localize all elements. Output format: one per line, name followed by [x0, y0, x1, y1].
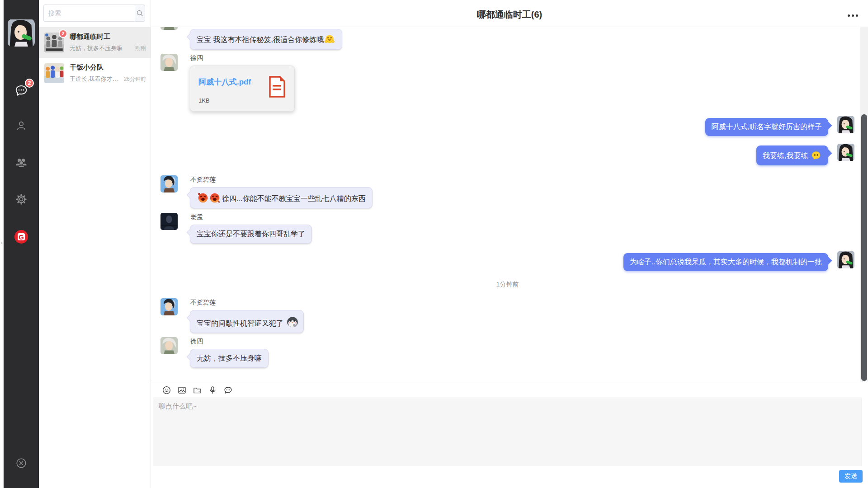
blank-face-emoji — [811, 150, 821, 161]
sender-avatar-buyaobilian[interactable] — [160, 298, 178, 315]
message-row: 阿威十八式,听名字就好厉害的样子 — [160, 116, 854, 136]
chat-time: 刚刚 — [135, 45, 146, 52]
svg-text:G: G — [19, 233, 24, 241]
sender-name: 老孟 — [190, 213, 312, 221]
groups-icon[interactable] — [14, 155, 28, 170]
unread-total-badge: 2 — [25, 79, 34, 88]
scrollbar-track[interactable] — [860, 27, 868, 382]
message-row: 我要练,我要练 — [160, 144, 854, 165]
search-button[interactable] — [135, 5, 145, 22]
nav-sidebar: 2 G — [4, 0, 39, 488]
message-input-wrap — [153, 398, 862, 467]
message-bubble: 宝宝你还是不要跟着你四哥乱学了 — [190, 225, 312, 244]
search-icon — [136, 9, 144, 17]
angry-face-emoji — [197, 192, 208, 203]
chat-time: 26分钟前 — [124, 75, 146, 83]
chat-title: 哪都通临时工 — [70, 33, 146, 41]
conversation-title: 哪都通临时工(6) — [151, 9, 868, 21]
time-divider: 1分钟前 — [160, 281, 854, 289]
composer: 发送 — [151, 382, 868, 488]
search-bar — [39, 0, 151, 27]
send-button[interactable]: 发送 — [839, 470, 863, 483]
chat-icon[interactable]: 2 — [14, 83, 28, 98]
message-bubble: 宝宝 我这有本祖传秘笈,很适合你修炼哦 — [190, 29, 342, 50]
sender-name: 徐四 — [190, 338, 269, 345]
g-logo[interactable]: G — [14, 230, 28, 244]
sender-avatar-buyaobilian[interactable] — [160, 175, 178, 192]
conversation-header: 哪都通临时工(6) — [151, 0, 868, 27]
message-row: 宝宝 我这有本祖传秘笈,很适合你修炼哦 — [160, 27, 854, 50]
message-bubble: 宝宝的间歇性机智证又犯了 — [190, 310, 304, 333]
chat-preview: 无妨，技多不压身嘛 — [70, 44, 132, 52]
chat-bubble-icon[interactable] — [223, 385, 233, 395]
file-name[interactable]: 阿威十八式.pdf — [198, 77, 264, 87]
unread-badge: 2 — [59, 29, 67, 38]
expand-panel-arrow-icon[interactable]: › — [0, 239, 4, 246]
message-row: 徐四 阿威十八式.pdf 1KB — [160, 54, 854, 112]
close-circle-icon[interactable] — [14, 456, 28, 470]
angry-face-emoji — [209, 192, 220, 203]
self-avatar[interactable] — [837, 116, 854, 133]
chat-app-window: › 2 G — [0, 0, 868, 488]
chat-list-item-naduotong[interactable]: 2 哪都通临时工 无妨，技多不压身嘛 刚刚 — [39, 27, 151, 58]
chat-title: 干饭小分队 — [70, 63, 146, 72]
message-bubble: 无妨，技多不压身嘛 — [190, 349, 269, 368]
settings-gear-icon[interactable] — [14, 192, 28, 206]
self-avatar[interactable] — [837, 251, 854, 268]
sender-avatar-xusi[interactable] — [160, 27, 178, 30]
sender-name: 不摇碧莲 — [190, 299, 304, 306]
chat-preview: 王道长,我看你才… — [70, 75, 121, 83]
message-scroll-area: 宝宝 我这有本祖传秘笈,很适合你修炼哦 徐四 阿威十八式.pdf 1KB — [151, 27, 868, 382]
more-dots-icon[interactable] — [848, 14, 858, 17]
message-row: 为啥子..你们总说我呆瓜，其实大多的时候，我都机制的一批 — [160, 251, 854, 271]
message-bubble: 徐四...你能不能不教宝宝一些乱七八糟的东西 — [190, 187, 373, 208]
file-attachment-card[interactable]: 阿威十八式.pdf 1KB — [190, 66, 295, 112]
penguin-emoji — [286, 315, 297, 326]
group-avatar: 2 — [44, 33, 64, 52]
sender-name: 徐四 — [190, 54, 295, 61]
pdf-file-icon — [268, 76, 286, 104]
folder-icon[interactable] — [193, 385, 202, 395]
contacts-icon[interactable] — [14, 118, 28, 133]
file-size: 1KB — [198, 97, 264, 104]
user-avatar[interactable] — [8, 19, 35, 47]
conversation-panel: 哪都通临时工(6) 宝宝 我这有本祖传秘笈,很适合你修炼哦 — [151, 0, 868, 488]
message-input[interactable] — [153, 398, 862, 467]
message-row: 徐四 无妨，技多不压身嘛 — [160, 337, 854, 368]
message-bubble: 为啥子..你们总说我呆瓜，其实大多的时候，我都机制的一批 — [623, 253, 828, 271]
scrollbar-thumb[interactable] — [861, 114, 867, 381]
hugging-face-emoji — [324, 34, 335, 45]
microphone-icon[interactable] — [208, 385, 217, 395]
emoji-smile-icon[interactable] — [162, 385, 171, 395]
collapsed-panel-strip: › — [0, 0, 4, 488]
message-bubble: 我要练,我要练 — [756, 145, 828, 165]
message-row: 老孟 宝宝你还是不要跟着你四哥乱学了 — [160, 213, 854, 244]
chat-list-item-ganfan[interactable]: 干饭小分队 王道长,我看你才… 26分钟前 — [39, 58, 151, 89]
composer-toolbar — [151, 382, 868, 398]
sender-avatar-laomeng[interactable] — [160, 213, 178, 230]
image-icon[interactable] — [177, 385, 187, 395]
group-avatar — [44, 63, 64, 83]
sender-name: 不摇碧莲 — [190, 176, 373, 183]
sender-avatar-xusi[interactable] — [160, 54, 178, 71]
self-avatar[interactable] — [837, 144, 854, 161]
message-row: 不摇碧莲 宝宝的间歇性机智证又犯了 — [160, 298, 854, 333]
send-row: 发送 — [151, 466, 868, 488]
search-input[interactable] — [43, 5, 135, 22]
message-row: 不摇碧莲 徐四...你能不能不教宝宝一些乱七八糟的东西 — [160, 175, 854, 208]
message-bubble: 阿威十八式,听名字就好厉害的样子 — [705, 118, 828, 136]
chat-list-panel: 2 哪都通临时工 无妨，技多不压身嘛 刚刚 干饭小分队 王道长,我看你才… 26… — [39, 0, 151, 488]
sender-avatar-xusi[interactable] — [160, 337, 178, 354]
